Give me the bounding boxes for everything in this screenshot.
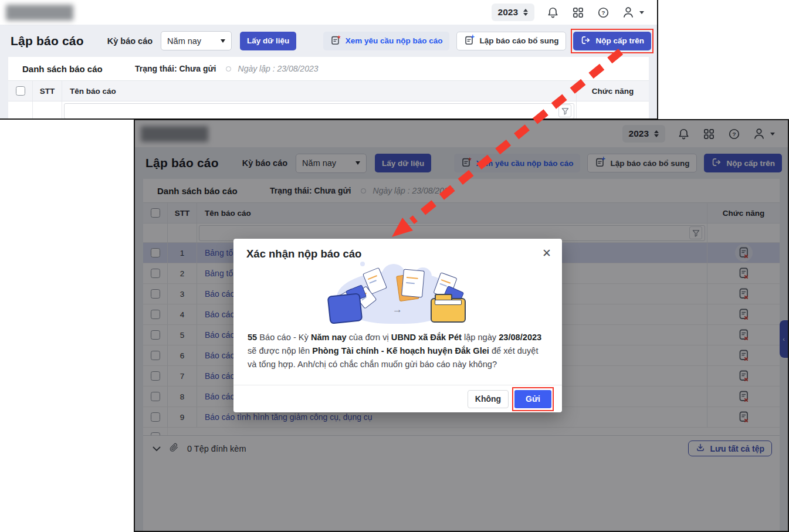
- period-label: Kỳ báo cáo: [107, 36, 153, 46]
- create-supplementary-report-button[interactable]: + Lập báo cáo bổ sung: [456, 32, 566, 50]
- chevron-down-icon: [221, 39, 225, 43]
- submit-button-red-highlight: Nộp cấp trên: [573, 32, 651, 50]
- column-actions: Chức năng: [576, 81, 649, 101]
- year-selector[interactable]: 2023: [492, 4, 534, 21]
- column-name: Tên báo cáo: [62, 81, 576, 101]
- confirm-submit-modal: Xác nhận nộp báo cáo ✕ → 55 Báo cáo - Kỳ…: [233, 239, 562, 412]
- report-list-card: Danh sách báo cáo Trạng thái: Chưa gửi N…: [8, 57, 649, 118]
- source-folder: [327, 293, 363, 324]
- svg-text:?: ?: [601, 9, 605, 15]
- table-header: STT Tên báo cáo Chức năng: [8, 80, 649, 101]
- period-select[interactable]: Năm nay: [161, 31, 232, 50]
- column-stt: STT: [33, 81, 62, 101]
- transfer-arrow-icon: →: [392, 304, 402, 316]
- window-report-list: 2023 ? Lập báo cáo Kỳ báo cáo Năm nay Lấ…: [0, 0, 658, 120]
- help-icon[interactable]: ?: [596, 5, 610, 19]
- created-date-text: Ngày lập : 23/08/2023: [238, 64, 319, 73]
- window-report-confirm: 2023 ? Lập báo cáo Kỳ báo cáo Năm nay Lấ…: [134, 119, 789, 532]
- chevron-down-icon: [639, 11, 644, 14]
- send-button-red-highlight: Gửi: [514, 390, 551, 408]
- submit-to-superior-button[interactable]: Nộp cấp trên: [573, 32, 651, 50]
- year-spinner-icon: [523, 9, 528, 16]
- fetch-data-button[interactable]: Lấy dữ liệu: [240, 32, 296, 50]
- app-topbar: 2023 ?: [0, 0, 657, 25]
- target-folder: [431, 298, 466, 323]
- screenshot-root: { "header": { "year": "2023" }, "toolbar…: [0, 0, 789, 532]
- cancel-button[interactable]: Không: [468, 390, 509, 408]
- filter-funnel-icon[interactable]: [558, 104, 571, 117]
- user-icon: [621, 5, 635, 19]
- modal-message: 55 Báo cáo - Kỳ Năm nay của đơn vị UBND …: [233, 326, 562, 371]
- report-toolbar: Lập báo cáo Kỳ báo cáo Năm nay Lấy dữ li…: [0, 25, 657, 57]
- send-button[interactable]: Gửi: [514, 390, 551, 408]
- close-icon[interactable]: ✕: [542, 248, 551, 259]
- select-all-checkbox[interactable]: [16, 86, 25, 96]
- period-value: Năm nay: [167, 36, 201, 46]
- notifications-bell-icon[interactable]: [546, 5, 560, 19]
- year-value: 2023: [498, 7, 518, 18]
- list-title: Danh sách báo cáo: [22, 64, 135, 74]
- view-submission-requests-button[interactable]: ★ Xem yêu cầu nộp báo cáo: [323, 32, 450, 50]
- submit-illustration: →: [327, 262, 468, 326]
- separator-dot: [226, 66, 231, 72]
- export-arrow-icon: [580, 35, 591, 48]
- page-title: Lập báo cáo: [11, 34, 84, 48]
- document-star-icon: ★: [330, 35, 341, 48]
- apps-grid-icon[interactable]: [571, 5, 585, 19]
- name-filter-input[interactable]: [64, 103, 574, 119]
- org-name-redacted: [6, 5, 73, 21]
- modal-title: Xác nhận nộp báo cáo: [246, 248, 542, 260]
- account-menu[interactable]: [621, 5, 644, 19]
- document-plus-icon: +: [464, 35, 475, 48]
- filter-row: [8, 101, 649, 118]
- svg-text:★: ★: [337, 35, 341, 40]
- svg-text:+: +: [471, 35, 475, 40]
- status-text: Trạng thái: Chưa gửi: [135, 64, 216, 73]
